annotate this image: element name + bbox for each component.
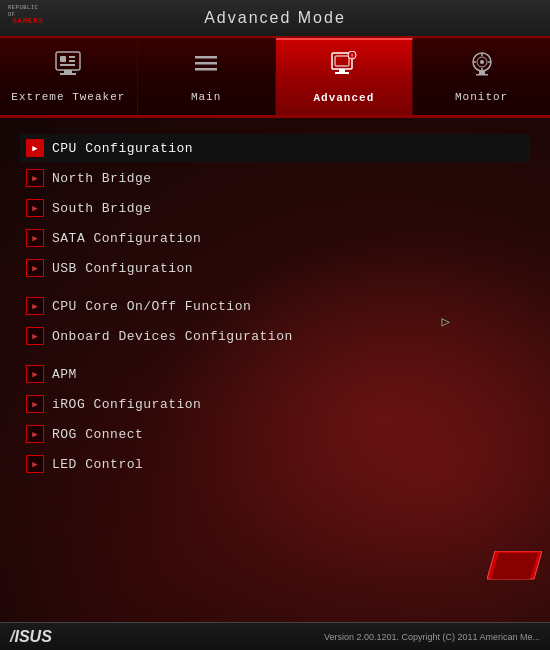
menu-label-north-bridge: North Bridge (52, 171, 152, 186)
rog-text: GAMERS (12, 18, 43, 26)
menu-arrow-onboard-devices: ▶ (26, 327, 44, 345)
tab-extreme-tweaker-label: Extreme Tweaker (11, 91, 125, 103)
svg-rect-4 (60, 64, 75, 66)
svg-rect-8 (195, 62, 217, 65)
menu-arrow-usb-config: ▶ (26, 259, 44, 277)
menu-arrow-cpu-core-onoff: ▶ (26, 297, 44, 315)
menu-arrow-sata-config: ▶ (26, 229, 44, 247)
menu-item-sata-config[interactable]: ▶ SATA Configuration (20, 224, 530, 252)
svg-rect-12 (339, 69, 345, 72)
menu-label-cpu-core-onoff: CPU Core On/Off Function (52, 299, 251, 314)
svg-point-22 (480, 60, 484, 64)
svg-rect-24 (476, 74, 488, 76)
menu-item-rog-connect[interactable]: ▶ ROG Connect (20, 420, 530, 448)
header-bar: REPUBLIC OF GAMERS Advanced Mode (0, 0, 550, 38)
menu-label-rog-connect: ROG Connect (52, 427, 143, 442)
menu-item-cpu-config[interactable]: ▶ CPU Configuration (20, 134, 530, 162)
monitor-icon (468, 50, 496, 85)
tab-advanced-label: Advanced (313, 92, 374, 104)
tab-extreme-tweaker[interactable]: Extreme Tweaker (0, 38, 138, 115)
menu-arrow-north-bridge: ▶ (26, 169, 44, 187)
svg-rect-13 (335, 72, 349, 74)
svg-rect-7 (195, 56, 217, 59)
main-icon (192, 50, 220, 85)
tab-monitor[interactable]: Monitor (413, 38, 550, 115)
svg-rect-0 (56, 52, 80, 70)
menu-label-usb-config: USB Configuration (52, 261, 193, 276)
advanced-icon: ! (330, 51, 358, 86)
menu-arrow-south-bridge: ▶ (26, 199, 44, 217)
svg-rect-9 (195, 68, 217, 71)
svg-rect-1 (60, 56, 66, 62)
svg-rect-2 (69, 56, 75, 58)
svg-marker-26 (491, 553, 538, 579)
menu-item-irog-config[interactable]: ▶ iROG Configuration (20, 390, 530, 418)
menu-arrow-cpu-config: ▶ (26, 139, 44, 157)
svg-rect-11 (335, 56, 349, 66)
menu-label-led-control: LED Control (52, 457, 143, 472)
menu-label-sata-config: SATA Configuration (52, 231, 201, 246)
republic-text: REPUBLIC OF (8, 4, 48, 18)
tab-main[interactable]: Main (138, 38, 276, 115)
menu-item-usb-config[interactable]: ▶ USB Configuration (20, 254, 530, 282)
rog-logo: REPUBLIC OF GAMERS (8, 4, 48, 32)
asus-footer-logo: /ISUS (10, 628, 52, 646)
menu-label-south-bridge: South Bridge (52, 201, 152, 216)
menu-label-irog-config: iROG Configuration (52, 397, 201, 412)
menu-item-led-control[interactable]: ▶ LED Control (20, 450, 530, 478)
menu-item-onboard-devices[interactable]: ▶ Onboard Devices Configuration (20, 322, 530, 350)
tab-monitor-label: Monitor (455, 91, 508, 103)
svg-rect-6 (60, 73, 76, 75)
menu-item-apm[interactable]: ▶ APM (20, 360, 530, 388)
asus-corner-logo (487, 551, 542, 586)
menu-item-cpu-core-onoff[interactable]: ▶ CPU Core On/Off Function (20, 292, 530, 320)
svg-rect-3 (69, 60, 75, 62)
svg-rect-5 (64, 70, 72, 73)
menu-arrow-led-control: ▶ (26, 455, 44, 473)
menu-item-south-bridge[interactable]: ▶ South Bridge (20, 194, 530, 222)
menu-arrow-apm: ▶ (26, 365, 44, 383)
svg-text:!: ! (350, 53, 354, 60)
tab-advanced[interactable]: ! Advanced (276, 38, 414, 115)
menu-label-onboard-devices: Onboard Devices Configuration (52, 329, 293, 344)
tweaker-icon (54, 50, 82, 85)
tab-main-label: Main (191, 91, 221, 103)
footer-version: Version 2.00.1201. Copyright (C) 2011 Am… (324, 632, 540, 642)
menu-label-apm: APM (52, 367, 77, 382)
menu-label-cpu-config: CPU Configuration (52, 141, 193, 156)
menu-arrow-irog-config: ▶ (26, 395, 44, 413)
svg-rect-23 (479, 71, 485, 74)
menu-list: ▶ CPU Configuration ▶ North Bridge ▶ Sou… (0, 118, 550, 496)
header-title: Advanced Mode (204, 9, 346, 27)
menu-item-north-bridge[interactable]: ▶ North Bridge (20, 164, 530, 192)
footer: /ISUS Version 2.00.1201. Copyright (C) 2… (0, 622, 550, 650)
content-area: ▶ CPU Configuration ▶ North Bridge ▶ Sou… (0, 118, 550, 622)
tab-bar: Extreme Tweaker Main ! Advanced (0, 38, 550, 118)
menu-arrow-rog-connect: ▶ (26, 425, 44, 443)
